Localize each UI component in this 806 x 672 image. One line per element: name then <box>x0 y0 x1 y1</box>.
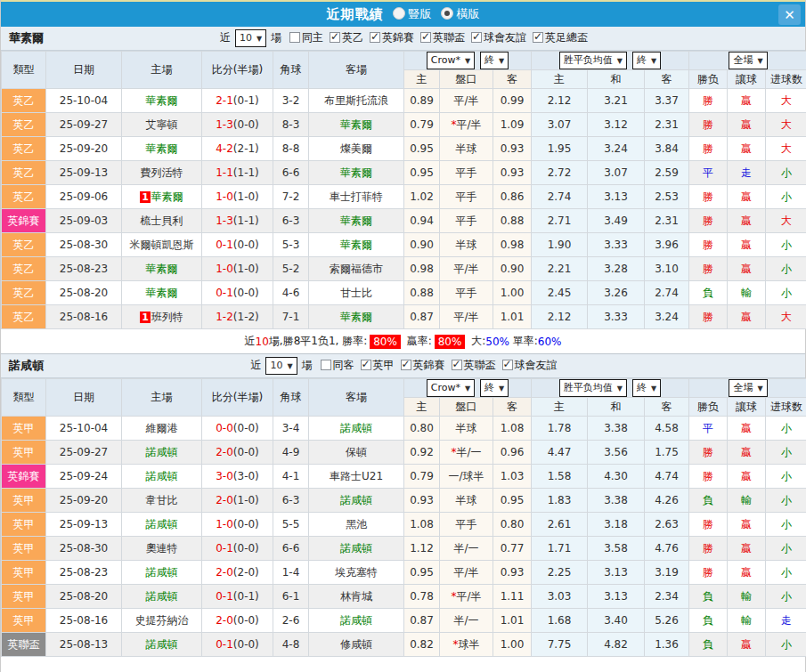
handicap-result-cell: 贏 <box>728 537 766 561</box>
full-time-score: 1-0 <box>216 263 233 275</box>
home-team-name: 維爾港 <box>146 422 178 434</box>
odds-away-cell: 1.00 <box>493 633 532 657</box>
mean-odds-select[interactable]: 胜平负均值▼ <box>559 52 627 69</box>
league-filter-label[interactable]: 同主 <box>302 31 323 44</box>
league-filter-checkbox[interactable] <box>502 360 513 370</box>
summary-text: 大: <box>468 334 485 349</box>
odds-away-cell: 0.93 <box>493 161 532 185</box>
score-cell: 0-1(0-1) <box>202 585 273 609</box>
result-cell: 平 <box>689 417 728 441</box>
league-filter-label[interactable]: 英錦賽 <box>413 359 445 371</box>
match-row: 英聯盃25-08-13諾咸頓0-1(0-0)4-8修咸頓0.82*球半1.007… <box>2 633 806 657</box>
odds-company-select[interactable]: Crow*▼ <box>427 52 475 69</box>
layout-radio-label[interactable]: 橫版 <box>457 7 480 20</box>
mean-away-cell: 3.84 <box>645 137 689 161</box>
league-filter-label[interactable]: 英乙 <box>342 31 363 44</box>
score-cell: 0-1(0-0) <box>202 233 273 257</box>
summary-row: 近10場,勝8平1负1, 勝率:80% 贏率:80% 大:50% 單率:60% <box>1 329 805 353</box>
recent-count-select[interactable]: 10▼ <box>265 357 297 375</box>
results-table: 類型日期主場比分(半場)角球客場Crow*▼終▼胜平负均值▼終▼全場▼主盤口客主… <box>1 378 806 657</box>
recent-count-select[interactable]: 10▼ <box>235 29 266 47</box>
mean-home-cell: 1.83 <box>532 489 588 513</box>
league-filter-label[interactable]: 英足總盃 <box>545 31 588 44</box>
league-filter-checkbox[interactable] <box>330 32 340 43</box>
league-filter-checkbox[interactable] <box>452 360 462 370</box>
away-team-cell: 保頓 <box>309 441 404 465</box>
close-button[interactable]: ✕ <box>778 4 801 25</box>
mean-home-cell: 1.71 <box>532 537 588 561</box>
chevron-down-icon: ▼ <box>465 385 470 393</box>
mean-odds-select[interactable]: 胜平负均值▼ <box>559 379 627 397</box>
corner-cell: 4-1 <box>273 465 309 489</box>
odds-away-cell: 0.77 <box>493 537 532 561</box>
score-cell: 2-1(0-1) <box>202 89 273 113</box>
mean-draw-cell: 3.13 <box>588 561 645 585</box>
mean-draw-cell: 4.30 <box>588 465 645 489</box>
mean-time-select[interactable]: 終▼ <box>632 379 661 397</box>
home-team-cell: 韋甘比 <box>122 489 202 513</box>
result-cell: 負 <box>689 489 728 513</box>
full-match-select[interactable]: 全場▼ <box>729 379 767 397</box>
full-match-select[interactable]: 全場▼ <box>729 52 767 69</box>
match-row: 英乙25-08-161班列特1-2(1-2)7-1華素爾0.87平/半1.012… <box>2 305 806 329</box>
league-filter-label[interactable]: 英甲 <box>373 359 395 371</box>
odds-time-select[interactable]: 終▼ <box>480 52 509 69</box>
near-label: 近 <box>220 31 231 44</box>
odds-away-cell: 0.93 <box>493 137 532 161</box>
handicap-cell: 半球 <box>440 137 493 161</box>
league-filter-label[interactable]: 英錦賽 <box>382 31 414 44</box>
mean-away-header: 客 <box>645 398 689 417</box>
league-cell: 英聯盃 <box>2 633 46 657</box>
odds-home-cell: 0.95 <box>404 161 440 185</box>
league-filter-checkbox[interactable] <box>420 32 431 43</box>
goals-cell: 小 <box>766 633 806 657</box>
mean-draw-cell: 3.13 <box>588 185 645 209</box>
chevron-down-icon: ▼ <box>617 57 623 65</box>
league-filter-label[interactable]: 球會友誼 <box>515 359 558 371</box>
mean-away-cell: 4.74 <box>645 465 689 489</box>
home-team-name: 艾寧頓 <box>146 118 178 131</box>
away-team-cell: 林肯城 <box>309 585 404 609</box>
league-filter-label[interactable]: 英聯盃 <box>464 359 496 371</box>
full-match-group-header: 全場▼ <box>689 52 806 70</box>
away-header: 客場 <box>309 379 404 417</box>
date-cell: 25-09-20 <box>46 137 122 161</box>
mean-time-select[interactable]: 終▼ <box>632 52 661 69</box>
league-filter-checkbox[interactable] <box>401 360 411 370</box>
league-filter-checkbox[interactable] <box>361 360 371 370</box>
odds-company-select[interactable]: Crow*▼ <box>427 379 475 397</box>
home-team-cell: 諾咸頓 <box>122 513 202 537</box>
home-team-cell: 艾寧頓 <box>122 113 202 137</box>
match-row: 英乙25-09-27艾寧頓1-3(0-0)8-3華素爾0.79*平/半1.093… <box>2 113 806 137</box>
league-filter-checkbox[interactable] <box>471 32 482 43</box>
league-filter-label[interactable]: 球會友誼 <box>484 31 526 44</box>
corner-cell: 3-4 <box>273 417 309 441</box>
league-filter-label[interactable]: 英聯盃 <box>433 31 465 44</box>
away-team-cell: 諾咸頓 <box>309 489 404 513</box>
away-team-cell: 黑池 <box>309 513 404 537</box>
half-time-score: (0-0) <box>233 287 259 299</box>
mean-away-cell: 3.37 <box>645 89 689 113</box>
score-cell: 4-2(2-1) <box>202 137 273 161</box>
layout-radio-horizontal[interactable] <box>441 7 453 20</box>
league-filter-checkbox[interactable] <box>321 360 331 370</box>
result-cell: 勝 <box>689 305 728 329</box>
league-filter-checkbox[interactable] <box>289 32 300 43</box>
mean-away-header: 客 <box>645 70 689 89</box>
league-filter-label[interactable]: 同客 <box>333 359 354 371</box>
league-filter-checkbox[interactable] <box>370 32 380 43</box>
handicap-result-cell: 贏 <box>728 305 766 329</box>
handicap-text: 半/一 <box>456 446 481 458</box>
mean-home-cell: 1.90 <box>532 233 588 257</box>
league-cell: 英甲 <box>2 537 46 561</box>
chevron-down-icon: ▼ <box>651 57 656 65</box>
league-filter-checkbox[interactable] <box>533 32 543 43</box>
layout-radio-vertical[interactable] <box>393 7 405 20</box>
odds-time-select[interactable]: 終▼ <box>480 379 509 397</box>
league-cell: 英甲 <box>2 417 46 441</box>
layout-radio-label[interactable]: 豎版 <box>409 7 432 20</box>
full-time-score: 0-1 <box>216 287 233 299</box>
odds-home-cell: 0.87 <box>404 305 440 329</box>
match-row: 英錦賽25-09-03梳士貝利1-3(1-1)6-3華素爾0.94平手0.882… <box>2 209 806 233</box>
home-team-cell: 諾咸頓 <box>122 561 202 585</box>
